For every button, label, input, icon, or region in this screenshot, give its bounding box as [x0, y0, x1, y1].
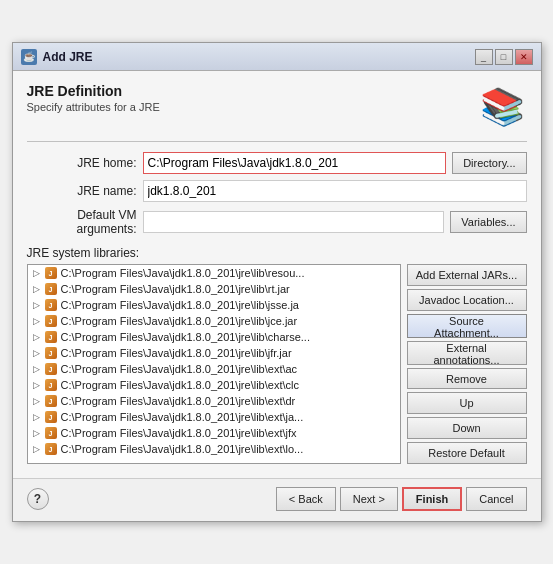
next-button[interactable]: Next > [340, 487, 398, 511]
lib-item-text: C:\Program Files\Java\jdk1.8.0_201\jre\l… [61, 427, 297, 439]
footer-buttons: < Back Next > Finish Cancel [276, 487, 527, 511]
libraries-section: JRE system libraries: ▷ J C:\Program Fil… [27, 246, 527, 464]
expand-arrow: ▷ [32, 380, 42, 390]
external-annotations-button[interactable]: External annotations... [407, 341, 527, 365]
lib-item-text: C:\Program Files\Java\jdk1.8.0_201\jre\l… [61, 299, 299, 311]
jar-icon: J [44, 314, 58, 328]
lib-item-text: C:\Program Files\Java\jdk1.8.0_201\jre\l… [61, 347, 292, 359]
lib-item-text: C:\Program Files\Java\jdk1.8.0_201\jre\l… [61, 411, 304, 423]
header-section: JRE Definition Specify attributes for a … [27, 83, 527, 131]
jar-icon: J [44, 362, 58, 376]
page-subtitle: Specify attributes for a JRE [27, 101, 160, 113]
libraries-container: ▷ J C:\Program Files\Java\jdk1.8.0_201\j… [27, 264, 527, 464]
title-bar-left: ☕ Add JRE [21, 49, 93, 65]
header-text: JRE Definition Specify attributes for a … [27, 83, 160, 113]
add-external-jars-button[interactable]: Add External JARs... [407, 264, 527, 286]
expand-arrow: ▷ [32, 444, 42, 454]
vm-args-label: Default VM arguments: [27, 208, 137, 236]
title-controls: _ □ ✕ [475, 49, 533, 65]
page-title: JRE Definition [27, 83, 160, 99]
list-item[interactable]: ▷ J C:\Program Files\Java\jdk1.8.0_201\j… [28, 345, 400, 361]
help-button[interactable]: ? [27, 488, 49, 510]
header-icon: 📚 [479, 83, 527, 131]
books-icon: 📚 [480, 89, 525, 125]
variables-button[interactable]: Variables... [450, 211, 526, 233]
close-button[interactable]: ✕ [515, 49, 533, 65]
lib-item-text: C:\Program Files\Java\jdk1.8.0_201\jre\l… [61, 443, 304, 455]
jar-icon: J [44, 298, 58, 312]
jre-home-input[interactable] [143, 152, 447, 174]
vm-args-input[interactable] [143, 211, 445, 233]
libraries-list[interactable]: ▷ J C:\Program Files\Java\jdk1.8.0_201\j… [27, 264, 401, 464]
list-item[interactable]: ▷ J C:\Program Files\Java\jdk1.8.0_201\j… [28, 313, 400, 329]
expand-arrow: ▷ [32, 300, 42, 310]
list-item[interactable]: ▷ J C:\Program Files\Java\jdk1.8.0_201\j… [28, 393, 400, 409]
jar-icon: J [44, 346, 58, 360]
jar-icon: J [44, 282, 58, 296]
window-icon: ☕ [21, 49, 37, 65]
jre-name-input[interactable] [143, 180, 527, 202]
jre-name-label: JRE name: [27, 184, 137, 198]
list-item[interactable]: ▷ J C:\Program Files\Java\jdk1.8.0_201\j… [28, 329, 400, 345]
down-button[interactable]: Down [407, 417, 527, 439]
source-attachment-button[interactable]: Source Attachment... [407, 314, 527, 338]
vm-args-row: Default VM arguments: Variables... [27, 208, 527, 236]
jar-icon: J [44, 266, 58, 280]
lib-item-text: C:\Program Files\Java\jdk1.8.0_201\jre\l… [61, 379, 299, 391]
expand-arrow: ▷ [32, 348, 42, 358]
cancel-button[interactable]: Cancel [466, 487, 526, 511]
expand-arrow: ▷ [32, 284, 42, 294]
jar-icon: J [44, 378, 58, 392]
lib-item-text: C:\Program Files\Java\jdk1.8.0_201\jre\l… [61, 315, 298, 327]
jar-icon: J [44, 330, 58, 344]
expand-arrow: ▷ [32, 412, 42, 422]
lib-item-text: C:\Program Files\Java\jdk1.8.0_201\jre\l… [61, 331, 310, 343]
jre-home-label: JRE home: [27, 156, 137, 170]
list-item[interactable]: ▷ J C:\Program Files\Java\jdk1.8.0_201\j… [28, 377, 400, 393]
title-bar: ☕ Add JRE _ □ ✕ [13, 43, 541, 71]
jar-icon: J [44, 410, 58, 424]
expand-arrow: ▷ [32, 364, 42, 374]
lib-item-text: C:\Program Files\Java\jdk1.8.0_201\jre\l… [61, 267, 305, 279]
list-item[interactable]: ▷ J C:\Program Files\Java\jdk1.8.0_201\j… [28, 281, 400, 297]
expand-arrow: ▷ [32, 268, 42, 278]
add-jre-window: ☕ Add JRE _ □ ✕ JRE Definition Specify a… [12, 42, 542, 522]
remove-button[interactable]: Remove [407, 368, 527, 390]
expand-arrow: ▷ [32, 332, 42, 342]
directory-button[interactable]: Directory... [452, 152, 526, 174]
list-item[interactable]: ▷ J C:\Program Files\Java\jdk1.8.0_201\j… [28, 409, 400, 425]
separator [27, 141, 527, 142]
javadoc-location-button[interactable]: Javadoc Location... [407, 289, 527, 311]
expand-arrow: ▷ [32, 428, 42, 438]
finish-button[interactable]: Finish [402, 487, 462, 511]
jre-name-row: JRE name: [27, 180, 527, 202]
footer-left: ? [27, 488, 49, 510]
maximize-button[interactable]: □ [495, 49, 513, 65]
main-content: JRE Definition Specify attributes for a … [13, 71, 541, 472]
list-item[interactable]: ▷ J C:\Program Files\Java\jdk1.8.0_201\j… [28, 361, 400, 377]
lib-item-text: C:\Program Files\Java\jdk1.8.0_201\jre\l… [61, 283, 290, 295]
lib-item-text: C:\Program Files\Java\jdk1.8.0_201\jre\l… [61, 363, 298, 375]
jar-icon: J [44, 442, 58, 456]
minimize-button[interactable]: _ [475, 49, 493, 65]
expand-arrow: ▷ [32, 316, 42, 326]
expand-arrow: ▷ [32, 396, 42, 406]
list-item[interactable]: ▷ J C:\Program Files\Java\jdk1.8.0_201\j… [28, 425, 400, 441]
jar-icon: J [44, 426, 58, 440]
library-buttons: Add External JARs... Javadoc Location...… [407, 264, 527, 464]
jre-home-row: JRE home: Directory... [27, 152, 527, 174]
back-button[interactable]: < Back [276, 487, 336, 511]
restore-default-button[interactable]: Restore Default [407, 442, 527, 464]
footer: ? < Back Next > Finish Cancel [13, 478, 541, 521]
jar-icon: J [44, 394, 58, 408]
lib-item-text: C:\Program Files\Java\jdk1.8.0_201\jre\l… [61, 395, 296, 407]
window-title: Add JRE [43, 50, 93, 64]
list-item[interactable]: ▷ J C:\Program Files\Java\jdk1.8.0_201\j… [28, 297, 400, 313]
list-item[interactable]: ▷ J C:\Program Files\Java\jdk1.8.0_201\j… [28, 441, 400, 457]
up-button[interactable]: Up [407, 392, 527, 414]
libraries-label: JRE system libraries: [27, 246, 527, 260]
list-item[interactable]: ▷ J C:\Program Files\Java\jdk1.8.0_201\j… [28, 265, 400, 281]
